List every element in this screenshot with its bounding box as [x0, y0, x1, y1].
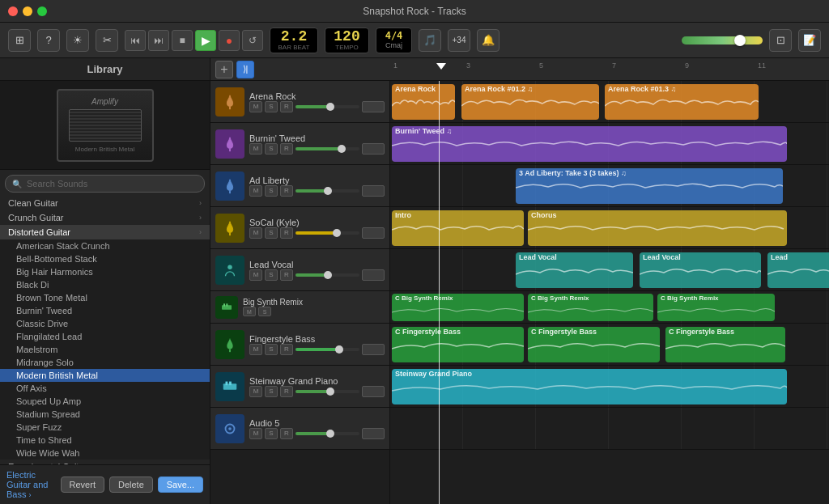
tune-icon[interactable]: 🎵 — [419, 29, 441, 52]
pan-knob-lead-vocal[interactable] — [362, 269, 385, 281]
clip-fingerstyle-bass-2[interactable]: C Fingerstyle Bass — [528, 327, 660, 362]
clip-lead-vocal-1[interactable]: Lead Vocal — [516, 252, 633, 288]
minimize-icon[interactable] — [23, 6, 32, 16]
record-arm-steinway[interactable]: R — [280, 386, 293, 397]
volume-slider-socal-kyle[interactable] — [295, 231, 359, 235]
pan-knob-audio5[interactable] — [362, 428, 385, 439]
sub-item-time-to-shred[interactable]: Time to Shred — [0, 434, 210, 447]
headphone-button-burnin-tweed[interactable]: S — [265, 143, 278, 155]
clip-arena-rock-1[interactable]: Arena Rock — [392, 84, 455, 120]
clip-arena-rock-2[interactable]: Arena Rock #01.2 ♫ — [461, 84, 599, 120]
sub-item-souped-up-amp[interactable]: Souped Up Amp — [0, 395, 210, 408]
headphone-button-fingerstyle-bass[interactable]: S — [265, 344, 278, 355]
save-button[interactable]: Save... — [158, 476, 203, 493]
pan-knob-socal-kyle[interactable] — [362, 227, 385, 239]
clip-burnin-tweed[interactable]: Burnin' Tweed ♫ — [392, 126, 787, 162]
fullscreen-icon[interactable] — [37, 6, 47, 16]
pan-knob-steinway[interactable] — [362, 386, 385, 397]
track-row-audio5[interactable] — [390, 408, 829, 450]
rewind-button[interactable]: ⏮ — [125, 30, 146, 51]
mute-button-burnin-tweed[interactable]: M — [249, 143, 262, 155]
sub-item-modern-british-metal[interactable]: Modern British Metal — [0, 369, 210, 382]
clip-fingerstyle-bass-1[interactable]: C Fingerstyle Bass — [392, 327, 524, 362]
clip-big-synth-1[interactable]: C Big Synth Remix — [392, 294, 524, 321]
mute-button-socal-kyle[interactable]: M — [249, 227, 262, 239]
track-row-fingerstyle-bass[interactable]: C Fingerstyle Bass C Fingerstyle Bass C … — [390, 324, 829, 366]
clip-chorus[interactable]: Chorus — [528, 210, 787, 246]
volume-slider-ad-liberty[interactable] — [295, 189, 359, 193]
headphone-button-arena-rock[interactable]: S — [265, 101, 278, 112]
sub-item-maelstrom[interactable]: Maelstrom — [0, 343, 210, 356]
sub-item-wide-wide-wah[interactable]: Wide Wide Wah — [0, 447, 210, 460]
record-arm-audio5[interactable]: R — [280, 428, 293, 439]
mute-button-lead-vocal[interactable]: M — [249, 269, 262, 281]
record-arm-burnin-tweed[interactable]: R — [280, 143, 293, 155]
master-volume-slider[interactable] — [682, 36, 763, 44]
clip-big-synth-3[interactable]: C Big Synth Remix — [657, 294, 775, 321]
revert-button[interactable]: Revert — [61, 476, 104, 493]
mute-button-audio5[interactable]: M — [249, 428, 262, 439]
clip-lead-vocal-2[interactable]: Lead Vocal — [640, 252, 761, 288]
volume-slider-arena-rock[interactable] — [295, 105, 359, 108]
resize-icon[interactable]: ⊡ — [769, 29, 792, 52]
metronome-icon[interactable]: 🔔 — [477, 29, 500, 52]
record-arm-lead-vocal[interactable]: R — [280, 269, 293, 281]
sidebar-item-clean-guitar[interactable]: Clean Guitar › — [0, 196, 210, 210]
record-arm-fingerstyle-bass[interactable]: R — [280, 344, 293, 355]
library-icon[interactable]: ⊞ — [8, 29, 31, 52]
delete-button[interactable]: Delete — [109, 476, 153, 493]
sub-item-classic-drive[interactable]: Classic Drive — [0, 317, 210, 330]
search-bar[interactable]: 🔍 Search Sounds — [5, 175, 205, 193]
clip-lead-vocal-3[interactable]: Lead — [767, 252, 829, 288]
sub-item-black-di[interactable]: Black Di — [0, 278, 210, 291]
sub-item-burnin-tweed[interactable]: Burnin' Tweed — [0, 304, 210, 317]
record-arm-arena-rock[interactable]: R — [280, 101, 293, 112]
mute-button-ad-liberty[interactable]: M — [249, 185, 262, 197]
clip-big-synth-2[interactable]: C Big Synth Remix — [528, 294, 653, 321]
sub-item-super-fuzz[interactable]: Super Fuzz — [0, 421, 210, 434]
headphone-button-big-synth[interactable]: S — [258, 307, 271, 316]
clip-steinway[interactable]: Steinway Grand Piano — [392, 369, 787, 404]
volume-slider-lead-vocal[interactable] — [295, 273, 359, 277]
record-arm-ad-liberty[interactable]: R — [280, 185, 293, 197]
sub-item-bell-bottomed-stack[interactable]: Bell-Bottomed Stack — [0, 252, 210, 265]
count-in-display[interactable]: +34 — [448, 29, 470, 52]
stop-button[interactable]: ■ — [172, 30, 193, 51]
sub-item-brown-tone-metal[interactable]: Brown Tone Metal — [0, 291, 210, 304]
smart-controls-button[interactable]: ⟩| — [236, 61, 254, 78]
sub-item-big-hair-harmonics[interactable]: Big Hair Harmonics — [0, 265, 210, 278]
pan-knob-burnin-tweed[interactable] — [362, 143, 385, 155]
play-button[interactable]: ▶ — [195, 30, 216, 51]
record-arm-socal-kyle[interactable]: R — [280, 227, 293, 239]
fast-forward-button[interactable]: ⏭ — [148, 30, 169, 51]
record-button[interactable]: ● — [219, 30, 240, 51]
headphone-button-audio5[interactable]: S — [265, 428, 278, 439]
clip-fingerstyle-bass-3[interactable]: C Fingerstyle Bass — [665, 327, 785, 362]
clip-arena-rock-3[interactable]: Arena Rock #01.3 ♫ — [605, 84, 759, 120]
headphone-button-ad-liberty[interactable]: S — [265, 185, 278, 197]
sidebar-item-distorted-guitar[interactable]: Distorted Guitar › — [0, 225, 210, 239]
volume-slider-audio5[interactable] — [295, 432, 359, 435]
close-icon[interactable] — [8, 6, 18, 16]
cycle-button[interactable]: ↺ — [242, 30, 263, 51]
track-row-big-synth[interactable]: C Big Synth Remix C Big Synth Remix C Bi… — [390, 291, 829, 324]
mute-button-arena-rock[interactable]: M — [249, 101, 262, 112]
settings-icon[interactable]: ☀ — [66, 29, 89, 52]
track-row-steinway[interactable]: Steinway Grand Piano — [390, 366, 829, 408]
sub-item-stadium-spread[interactable]: Stadium Spread — [0, 408, 210, 421]
help-icon[interactable]: ? — [37, 29, 60, 52]
volume-slider-burnin-tweed[interactable] — [295, 147, 359, 150]
volume-slider-steinway[interactable] — [295, 390, 359, 393]
clip-ad-liberty[interactable]: 3 Ad Liberty: Take 3 (3 takes) ♫ — [516, 168, 783, 204]
headphone-button-lead-vocal[interactable]: S — [265, 269, 278, 281]
mute-button-steinway[interactable]: M — [249, 386, 262, 397]
pan-knob-ad-liberty[interactable] — [362, 185, 385, 197]
add-track-button[interactable]: + — [215, 61, 233, 78]
clip-intro[interactable]: Intro — [392, 210, 524, 246]
mute-button-big-synth[interactable]: M — [243, 307, 256, 316]
track-row-socal-kyle[interactable]: Intro Chorus — [390, 207, 829, 249]
sub-item-flangilated-lead[interactable]: Flangilated Lead — [0, 330, 210, 343]
track-row-lead-vocal[interactable]: Lead Vocal Lead Vocal Lead — [390, 249, 829, 291]
scissors-icon[interactable]: ✂ — [96, 29, 118, 52]
electric-guitar-bass-link[interactable]: Electric Guitar and Bass › — [6, 470, 61, 499]
